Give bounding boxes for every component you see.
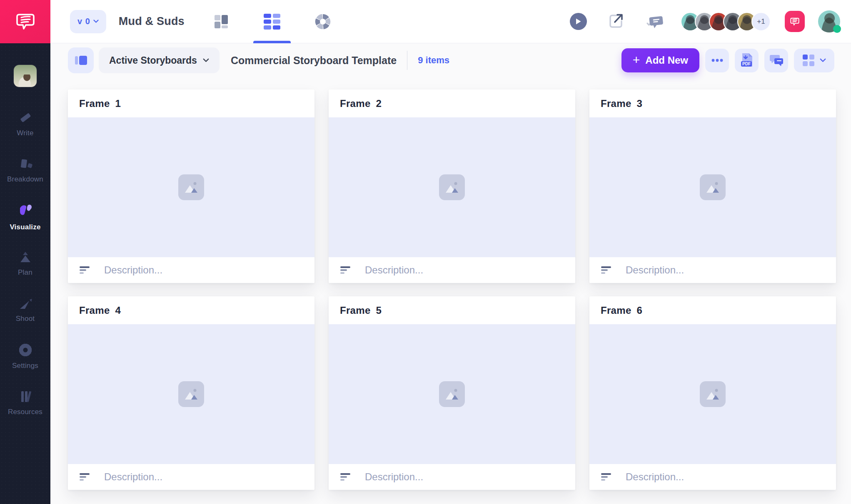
sidebar-item-label: Visualize bbox=[10, 223, 40, 231]
grid-view-icon bbox=[263, 13, 281, 30]
panel-toggle-icon bbox=[74, 55, 87, 66]
frame-image-dropzone[interactable] bbox=[589, 324, 836, 464]
items-count: 9 items bbox=[418, 55, 449, 66]
top-header: v 0 Mud & Suds bbox=[50, 0, 851, 43]
panel-toggle-button[interactable] bbox=[68, 47, 94, 73]
frame-number[interactable]: 6 bbox=[637, 305, 642, 316]
image-placeholder-icon bbox=[439, 174, 465, 200]
frame-card: Frame 1 Description... bbox=[68, 89, 314, 283]
page-title: Mud & Suds bbox=[119, 15, 185, 28]
frame-image-dropzone[interactable] bbox=[589, 117, 836, 257]
frame-card: Frame 4 Description... bbox=[68, 296, 314, 490]
image-placeholder-icon bbox=[700, 174, 726, 200]
frame-description-input[interactable]: Description... bbox=[104, 471, 162, 483]
sidebar-item-label: Plan bbox=[18, 268, 32, 277]
write-icon bbox=[17, 110, 33, 125]
frame-footer: Description... bbox=[68, 464, 314, 490]
more-options-button[interactable] bbox=[705, 49, 729, 72]
frame-title[interactable]: Frame bbox=[79, 98, 110, 109]
frame-card: Frame 3 Description... bbox=[589, 89, 836, 283]
frame-image-dropzone[interactable] bbox=[68, 324, 314, 464]
collaborator-avatars: +1 bbox=[681, 12, 771, 31]
sidebar-item-settings[interactable]: Settings bbox=[0, 342, 50, 370]
frame-description-input[interactable]: Description... bbox=[365, 471, 423, 483]
feedback-button[interactable] bbox=[785, 11, 805, 32]
play-button[interactable] bbox=[570, 13, 587, 30]
view-mode-button[interactable] bbox=[794, 49, 834, 72]
visualize-icon bbox=[16, 203, 35, 219]
frame-number[interactable]: 3 bbox=[637, 98, 642, 109]
sidebar-item-plan[interactable]: Plan bbox=[0, 251, 50, 277]
comments-panel-button[interactable] bbox=[764, 49, 788, 72]
comment-check-icon bbox=[645, 12, 664, 31]
books-icon bbox=[17, 389, 34, 404]
description-lines-icon bbox=[601, 473, 612, 481]
sidebar-item-label: Settings bbox=[12, 362, 38, 370]
app-logo[interactable] bbox=[0, 0, 50, 43]
aperture-icon bbox=[314, 12, 332, 31]
ellipsis-icon bbox=[711, 59, 723, 62]
frame-description-input[interactable]: Description... bbox=[626, 264, 684, 276]
breakdown-icon bbox=[17, 156, 33, 171]
frame-footer: Description... bbox=[589, 257, 836, 283]
frame-number[interactable]: 2 bbox=[376, 98, 382, 109]
chevron-down-icon bbox=[93, 20, 99, 23]
frame-title[interactable]: Frame bbox=[601, 98, 631, 109]
frame-description-input[interactable]: Description... bbox=[626, 471, 684, 483]
tab-animatic-view[interactable] bbox=[310, 0, 335, 43]
frame-title[interactable]: Frame bbox=[340, 305, 371, 316]
comments-button[interactable] bbox=[645, 12, 664, 31]
sidebar-nav: Write Breakdown Visualize Plan bbox=[0, 110, 50, 416]
user-avatar[interactable] bbox=[818, 10, 840, 32]
sidebar-item-write[interactable]: Write bbox=[0, 110, 50, 137]
frame-footer: Description... bbox=[589, 464, 836, 490]
share-icon bbox=[606, 12, 625, 31]
description-lines-icon bbox=[80, 473, 90, 481]
frame-header: Frame 4 bbox=[68, 296, 314, 324]
frame-description-input[interactable]: Description... bbox=[365, 264, 423, 276]
frame-title[interactable]: Frame bbox=[340, 98, 371, 109]
frame-header: Frame 1 bbox=[68, 89, 314, 117]
frame-header: Frame 3 bbox=[589, 89, 836, 117]
frame-footer: Description... bbox=[68, 257, 314, 283]
frame-title[interactable]: Frame bbox=[601, 305, 631, 316]
frame-description-input[interactable]: Description... bbox=[104, 264, 162, 276]
frame-number[interactable]: 5 bbox=[376, 305, 382, 316]
add-new-label: Add New bbox=[645, 55, 688, 66]
image-placeholder-icon bbox=[439, 381, 465, 407]
share-button[interactable] bbox=[606, 12, 625, 31]
frame-header: Frame 6 bbox=[589, 296, 836, 324]
storyboard-selector-label: Active Storyboards bbox=[109, 55, 197, 66]
frame-header: Frame 2 bbox=[329, 89, 575, 117]
project-thumbnail[interactable] bbox=[14, 65, 37, 87]
frame-number[interactable]: 4 bbox=[115, 305, 121, 316]
chevron-down-icon bbox=[820, 58, 826, 62]
sidebar-item-resources[interactable]: Resources bbox=[0, 389, 50, 416]
sidebar-item-breakdown[interactable]: Breakdown bbox=[0, 156, 50, 184]
tab-layout-view[interactable] bbox=[209, 0, 234, 43]
frame-number[interactable]: 1 bbox=[115, 98, 121, 109]
frame-image-dropzone[interactable] bbox=[329, 324, 575, 464]
frame-footer: Description... bbox=[329, 257, 575, 283]
export-pdf-button[interactable]: PDF bbox=[735, 49, 759, 72]
collaborators-overflow-badge[interactable]: +1 bbox=[751, 12, 771, 31]
sidebar-item-label: Shoot bbox=[16, 315, 35, 323]
sidebar-item-visualize[interactable]: Visualize bbox=[0, 203, 50, 231]
image-placeholder-icon bbox=[700, 381, 726, 407]
tab-grid-view[interactable] bbox=[260, 0, 284, 43]
chat-bubbles-icon bbox=[769, 53, 784, 67]
frame-image-dropzone[interactable] bbox=[329, 117, 575, 257]
frame-title[interactable]: Frame bbox=[79, 305, 110, 316]
storyboard-selector[interactable]: Active Storyboards bbox=[99, 47, 220, 73]
divider bbox=[407, 51, 407, 70]
header-actions: +1 bbox=[570, 10, 840, 32]
plan-icon bbox=[17, 251, 34, 265]
version-selector[interactable]: v 0 bbox=[70, 10, 106, 33]
sidebar-item-shoot[interactable]: Shoot bbox=[0, 296, 50, 323]
add-new-button[interactable]: + Add New bbox=[621, 48, 699, 72]
sidebar-item-label: Write bbox=[17, 129, 33, 137]
chevron-down-icon bbox=[203, 58, 209, 62]
frame-card: Frame 6 Description... bbox=[589, 296, 836, 490]
frame-image-dropzone[interactable] bbox=[68, 117, 314, 257]
sidebar-item-label: Breakdown bbox=[7, 175, 43, 184]
